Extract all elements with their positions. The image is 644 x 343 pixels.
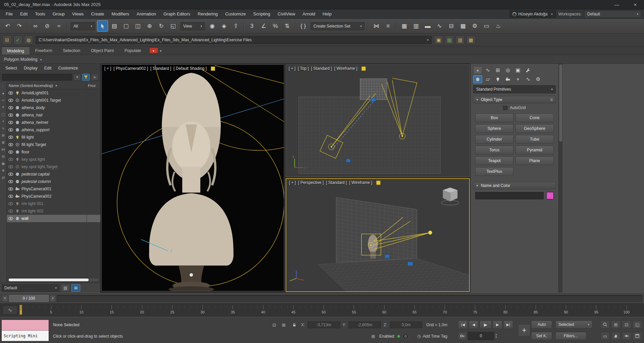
display-bones-icon[interactable]: ⋈ <box>0 146 6 153</box>
select-and-move-icon[interactable]: ⊕ <box>144 20 155 32</box>
category-lights[interactable] <box>493 75 502 83</box>
menu-help[interactable]: Help <box>319 9 335 18</box>
mini-curve-editor-button[interactable]: ∿ <box>3 306 17 314</box>
spinner-snap-icon[interactable]: ⇅ <box>282 20 293 32</box>
name-color-rollout-header[interactable]: ▼ Name and Color <box>473 182 556 189</box>
menu-scripting[interactable]: Scripting <box>250 9 274 18</box>
next-frame-arrow[interactable]: > <box>50 295 56 302</box>
menu-rendering[interactable]: Rendering <box>194 9 221 18</box>
visibility-eye-icon[interactable] <box>8 127 13 133</box>
keyboard-shortcut-override-icon[interactable]: ⇧ <box>230 20 241 32</box>
select-and-manipulate-icon[interactable]: ◈ <box>218 20 230 32</box>
x-coordinate-field[interactable]: -3,713m <box>308 322 340 328</box>
undo-icon[interactable]: ↶ <box>2 20 13 32</box>
category-spacewarps[interactable]: ∿ <box>524 75 533 83</box>
explorer-pin-icon[interactable]: ◌ <box>0 83 6 90</box>
y-coordinate-field[interactable]: -2,805m <box>349 322 381 328</box>
listener-row[interactable]: Scripting Mini <box>2 331 49 341</box>
time-slider-handle[interactable]: 0 / 100 <box>9 295 49 302</box>
tab-motion[interactable]: ◎ <box>503 66 512 74</box>
selection-lock-toggle[interactable] <box>290 321 298 329</box>
explorer-menu-display[interactable]: Display <box>20 66 41 70</box>
viewport-menu-pov[interactable]: [ PhysCamera002 ] <box>113 66 148 71</box>
ribbon-tab-selection[interactable]: Selection <box>57 47 85 55</box>
field-of-view-icon[interactable]: ◱ <box>633 321 642 329</box>
menu-arnold[interactable]: Arnold <box>299 9 319 18</box>
bind-to-space-warp-icon[interactable]: ≈ <box>53 20 64 32</box>
time-slider-track[interactable] <box>57 295 642 302</box>
set-project-folder-icon[interactable]: ▥ <box>456 36 464 44</box>
render-production-icon[interactable]: ♨ <box>493 20 504 32</box>
object-type-pyramid[interactable]: Pyramid <box>515 146 554 154</box>
category-helpers[interactable]: ⌖ <box>513 75 523 83</box>
primitive-category-dropdown[interactable]: Standard Primitives ▾ <box>473 85 556 93</box>
menu-customize[interactable]: Customize <box>221 9 249 18</box>
ribbon-tab-freeform[interactable]: Freeform <box>30 47 58 55</box>
sync-selection-icon[interactable]: ⇄ <box>0 174 6 181</box>
workspace-dropdown[interactable]: Default ▾ <box>584 10 641 18</box>
menu-file[interactable]: File <box>2 9 16 18</box>
object-type-rollout-header[interactable]: ▼ Object Type ≣ <box>473 96 556 103</box>
filter-funnel-button[interactable] <box>82 74 90 81</box>
layer-manager-icon[interactable]: ▤ <box>61 284 70 292</box>
go-to-end-button[interactable]: ▶| <box>503 321 513 329</box>
explorer-column-header[interactable]: Name (Sorted Ascending) ▲ Froz <box>7 82 100 89</box>
object-type-torus[interactable]: Torus <box>475 146 513 154</box>
category-systems[interactable]: ⚙ <box>534 75 543 83</box>
z-coordinate-field[interactable]: 0,0m <box>390 322 422 328</box>
key-filters-button[interactable]: Filters... <box>555 332 586 340</box>
snaps-toggle-icon[interactable]: 3 <box>246 20 257 32</box>
zoom-all-icon[interactable]: ⊞ <box>611 321 621 329</box>
curve-editor-icon[interactable]: ∿ <box>434 20 445 32</box>
workspace-switcher-icon[interactable]: ⊟ <box>3 36 11 44</box>
explorer-menu-customize[interactable]: Customize <box>55 66 81 70</box>
display-containers-icon[interactable]: ⊟ <box>0 153 6 160</box>
tab-utilities[interactable] <box>524 66 533 74</box>
select-and-rotate-icon[interactable]: ↻ <box>156 20 167 32</box>
viewport-menu-style[interactable]: [ Standard ] <box>311 66 332 71</box>
object-type-cylinder[interactable]: Cylinder <box>475 135 513 144</box>
degradation-level-badge[interactable]: 0 <box>402 333 408 339</box>
current-frame-field[interactable]: 0 <box>468 332 494 340</box>
menu-graph-editors[interactable]: Graph Editors <box>160 9 194 18</box>
camera-viewport-canvas[interactable]: f <box>102 65 284 291</box>
schematic-view-icon[interactable]: ⊟ <box>446 20 457 32</box>
project-home-icon[interactable]: ◍ <box>24 36 33 44</box>
viewport-menu-style[interactable]: [ Standard ] <box>326 180 347 185</box>
visibility-eye-icon[interactable] <box>8 98 13 103</box>
use-pivot-point-center-icon[interactable]: ◉ <box>207 20 218 32</box>
object-color-swatch[interactable] <box>546 192 554 199</box>
zoom-extents-icon[interactable]: ⊡ <box>622 321 631 329</box>
maxscript-mini-listener[interactable]: Scripting Mini <box>1 320 49 341</box>
macro-recorder-row[interactable] <box>2 320 49 331</box>
key-mode-toggle[interactable] <box>458 332 467 340</box>
display-groups-icon[interactable]: ⊞ <box>0 132 6 139</box>
window-crossing-icon[interactable]: ◫ <box>132 20 143 32</box>
select-and-scale-icon[interactable]: ◱ <box>167 20 179 32</box>
learning-channel-icon[interactable]: ▸ <box>150 48 158 53</box>
auto-key-button[interactable]: Auto <box>531 321 552 329</box>
tab-display[interactable]: ▣ <box>513 66 523 74</box>
category-geometry[interactable] <box>473 75 482 83</box>
viewport-menu-pov[interactable]: [ Perspective ] <box>298 180 324 185</box>
active-layer-dropdown[interactable]: Default ▾ <box>2 284 59 292</box>
viewport-menu-shading[interactable]: [ Wireframe ] <box>349 180 372 185</box>
object-type-plane[interactable]: Plane <box>515 156 554 165</box>
isolate-selection-icon[interactable]: ⊡ <box>270 321 278 329</box>
display-cameras-icon[interactable]: ▢ <box>0 111 6 118</box>
explorer-menu-select[interactable]: Select <box>2 66 20 70</box>
toggle-layer-explorer-icon[interactable]: ▥ <box>410 20 422 32</box>
menu-views[interactable]: Views <box>68 9 87 18</box>
visibility-eye-icon[interactable] <box>8 120 13 125</box>
adaptive-degradation-icon[interactable]: ⊞ <box>369 333 377 340</box>
perspective-viewport-canvas[interactable] <box>286 179 469 291</box>
visibility-eye-icon[interactable] <box>8 186 13 192</box>
polygon-modeling-group[interactable]: Polygon Modeling ▾ <box>4 57 42 62</box>
display-xrefs-icon[interactable]: ⊠ <box>0 139 6 146</box>
display-geometry-icon[interactable]: ● <box>0 90 6 97</box>
maximize-viewport-icon[interactable] <box>633 332 642 340</box>
percent-snap-icon[interactable]: % <box>270 20 281 32</box>
menu-edit[interactable]: Edit <box>16 9 31 18</box>
orbit-icon[interactable] <box>622 332 631 340</box>
mirror-icon[interactable]: ⋈ <box>371 20 382 32</box>
